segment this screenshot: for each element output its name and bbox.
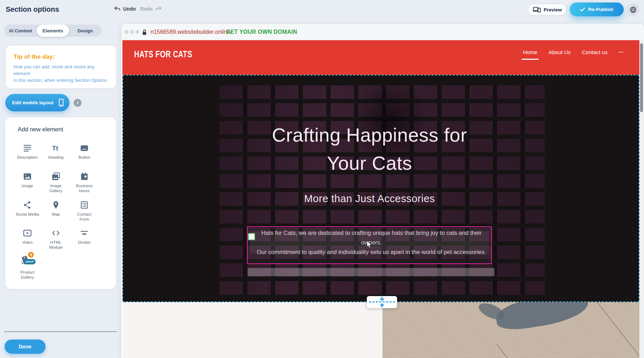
element-label: Video bbox=[13, 240, 42, 245]
app-root: Section options Undo Redo Preview Re-Pub… bbox=[0, 0, 644, 358]
scrollbar-thumb[interactable] bbox=[640, 43, 643, 112]
button-icon bbox=[80, 143, 89, 153]
cat-shadow bbox=[494, 302, 591, 333]
image-icon bbox=[23, 172, 32, 181]
nav-item-about-us[interactable]: About Us bbox=[549, 49, 571, 55]
element-item-divider[interactable]: Divider bbox=[70, 228, 99, 245]
language-globe-button[interactable] bbox=[627, 3, 639, 16]
divider-icon bbox=[80, 228, 89, 238]
floor-grout-line bbox=[496, 344, 563, 358]
business-hours-icon bbox=[80, 172, 89, 181]
edit-mobile-layout-label: Edit mobile layout bbox=[12, 100, 53, 105]
image-gallery-icon bbox=[51, 172, 60, 181]
code-icon bbox=[51, 228, 60, 238]
map-pin-icon bbox=[51, 200, 60, 210]
floor-grout-line bbox=[595, 302, 639, 358]
lock-icon bbox=[142, 29, 147, 35]
done-button[interactable]: Done bbox=[5, 339, 46, 354]
resize-arrow-down-icon bbox=[380, 299, 385, 301]
element-label: Map bbox=[42, 212, 70, 217]
video-icon bbox=[23, 228, 32, 238]
element-label: Business Hours bbox=[70, 184, 99, 193]
element-label: Description bbox=[13, 155, 42, 160]
sidebar-divider bbox=[4, 331, 117, 332]
site-nav: Home About Us Contact us ••• bbox=[523, 49, 627, 55]
element-item-image[interactable]: Image bbox=[13, 172, 42, 189]
preview-button[interactable]: Preview bbox=[528, 4, 567, 16]
element-label: Heading bbox=[42, 155, 70, 160]
social-media-icon bbox=[23, 200, 32, 210]
undo-label: Undo bbox=[123, 6, 136, 12]
element-hover-bar bbox=[248, 268, 495, 276]
element-item-video[interactable]: Video bbox=[13, 228, 42, 245]
undo-button[interactable]: Undo bbox=[114, 6, 136, 12]
add-element-title: Add new element bbox=[18, 126, 63, 133]
element-label: Contact Form bbox=[70, 212, 99, 222]
phone-icon bbox=[59, 99, 64, 107]
element-label: Image bbox=[13, 184, 42, 189]
tip-body: Now you can add, move and resize any ele… bbox=[14, 63, 109, 84]
browser-scrollbar[interactable] bbox=[639, 40, 644, 358]
section-resize-handle[interactable] bbox=[367, 296, 397, 308]
nav-item-contact-us[interactable]: Contact us bbox=[582, 49, 608, 55]
tip-title: Tip of the day: bbox=[14, 47, 55, 60]
edit-mobile-layout-button[interactable]: Edit mobile layout bbox=[5, 94, 69, 111]
element-label: HTML Module bbox=[42, 240, 70, 250]
element-item-image-gallery[interactable]: Image Gallery bbox=[42, 172, 70, 193]
check-icon bbox=[580, 7, 585, 12]
nav-item-home[interactable]: Home bbox=[523, 49, 537, 55]
sidebar-tabbar: AI Content Elements Design bbox=[4, 25, 101, 37]
window-dot-icon bbox=[135, 30, 139, 34]
redo-label: Redo bbox=[140, 6, 153, 12]
redo-button[interactable]: Redo bbox=[140, 6, 162, 12]
element-label: Product Gallery bbox=[13, 270, 42, 280]
element-item-heading[interactable]: Tt Heading bbox=[42, 143, 70, 160]
contact-form-icon bbox=[80, 200, 89, 210]
preview-label: Preview bbox=[544, 7, 562, 12]
tab-elements[interactable]: Elements bbox=[37, 25, 69, 37]
svg-text:Tt: Tt bbox=[52, 144, 58, 152]
element-item-description[interactable]: Description bbox=[13, 143, 42, 160]
window-dot-icon bbox=[125, 30, 128, 34]
undo-icon bbox=[114, 6, 121, 12]
redo-icon bbox=[155, 6, 162, 12]
element-item-business-hours[interactable]: Business Hours bbox=[70, 172, 99, 193]
element-item-contact-form[interactable]: Contact Form bbox=[70, 200, 99, 222]
element-item-button[interactable]: Button bbox=[70, 143, 99, 160]
page-title: Section options bbox=[6, 5, 59, 14]
element-item-product-gallery[interactable]: SHOP Product Gallery bbox=[13, 253, 42, 280]
element-label: Image Gallery bbox=[42, 184, 70, 193]
window-dot-icon bbox=[130, 30, 134, 34]
mouse-cursor bbox=[366, 241, 372, 248]
site-logo[interactable]: HATS FOR CATS bbox=[134, 49, 192, 59]
republish-label: Re-Publish bbox=[588, 7, 613, 12]
upgrade-badge-icon bbox=[28, 252, 34, 258]
tab-design[interactable]: Design bbox=[69, 25, 101, 37]
hero-subheading[interactable]: More than Just Accessories bbox=[123, 193, 616, 205]
resize-arrow-up-icon bbox=[380, 303, 385, 306]
element-item-social-media[interactable]: Social Media bbox=[13, 200, 42, 217]
shop-badge: SHOP bbox=[24, 259, 36, 264]
resize-dashed-line bbox=[369, 301, 395, 302]
element-item-map[interactable]: Map bbox=[42, 200, 70, 217]
element-label: Button bbox=[70, 155, 99, 160]
devices-icon bbox=[533, 7, 541, 12]
done-label: Done bbox=[19, 344, 31, 349]
get-your-own-domain-link[interactable]: GET YOUR OWN DOMAIN bbox=[226, 29, 297, 35]
tab-ai-content[interactable]: AI Content bbox=[4, 25, 37, 37]
globe-icon bbox=[629, 6, 637, 14]
element-drag-handle[interactable] bbox=[248, 233, 255, 240]
description-icon bbox=[23, 143, 32, 153]
hero-section-selected[interactable]: Crafting Happiness for Your Cats More th… bbox=[122, 75, 639, 302]
site-header bbox=[122, 40, 639, 75]
info-icon[interactable]: i bbox=[74, 99, 81, 107]
heading-icon: Tt bbox=[51, 143, 60, 153]
hero-heading[interactable]: Crafting Happiness for Your Cats bbox=[123, 121, 616, 177]
nav-more-icon[interactable]: ••• bbox=[619, 51, 624, 54]
next-section-left-column bbox=[122, 302, 382, 358]
element-label: Social Media bbox=[13, 212, 42, 217]
element-item-html-module[interactable]: HTML Module bbox=[42, 228, 70, 250]
republish-button[interactable]: Re-Publish bbox=[570, 2, 624, 16]
next-section-floor-image bbox=[382, 302, 639, 358]
url-text[interactable]: n1566589.websitebuilder.online/ bbox=[151, 29, 232, 35]
